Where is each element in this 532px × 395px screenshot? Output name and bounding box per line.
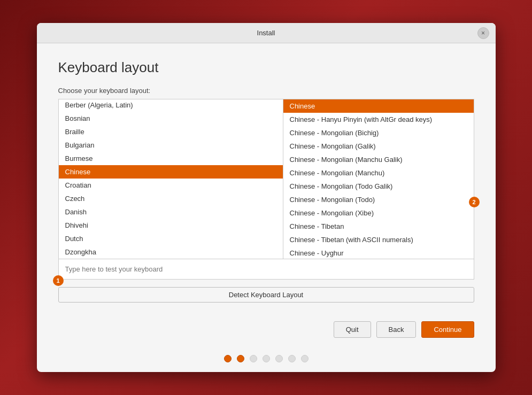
list-item[interactable]: Chinese - Mongolian (Xibe) (283, 206, 474, 220)
badge-1: 1 (53, 275, 64, 286)
progress-dots (37, 348, 496, 372)
lists-panel: BelgianBerber (Algeria, Latin)BosnianBra… (58, 99, 474, 259)
progress-dot (301, 355, 309, 362)
quit-button[interactable]: Quit (334, 321, 371, 338)
list-item[interactable]: Chinese - Mongolian (Manchu) (283, 166, 474, 180)
list-item[interactable]: Chinese - Mongolian (Galik) (283, 140, 474, 153)
list-item[interactable]: Bulgarian (59, 138, 283, 152)
progress-dot (250, 355, 257, 362)
list-item[interactable]: Burmese (59, 152, 283, 165)
list-item[interactable]: Czech (59, 192, 283, 205)
progress-dot (288, 355, 296, 362)
list-item[interactable]: Danish (59, 205, 283, 219)
language-list[interactable]: BelgianBerber (Algeria, Latin)BosnianBra… (59, 99, 283, 259)
list-item[interactable]: Dutch (59, 232, 283, 245)
badge-2: 2 (469, 197, 480, 207)
list-item[interactable]: Bosnian (59, 112, 283, 125)
list-item[interactable]: Chinese - Mongolian (Manchu Galik) (283, 153, 474, 166)
progress-dot (263, 355, 270, 362)
close-button[interactable]: × (477, 27, 489, 39)
list-item[interactable]: Croatian (59, 179, 283, 192)
list-item[interactable]: Dzongkha (59, 245, 283, 259)
list-item[interactable]: Chinese - Tibetan (283, 220, 474, 233)
install-window: Install × Keyboard layout Choose your ke… (37, 23, 496, 372)
page-title: Keyboard layout (58, 59, 474, 76)
progress-dot (237, 355, 244, 362)
list-item[interactable]: Berber (Algeria, Latin) (59, 99, 283, 112)
list-item[interactable]: Chinese - Mongolian (Todo Galik) (283, 180, 474, 193)
layout-label: Choose your keyboard layout: (58, 87, 474, 95)
list-item[interactable]: Dhivehi (59, 219, 283, 232)
list-item[interactable]: Chinese - Mongolian (Bichig) (283, 126, 474, 140)
variant-list[interactable]: ChineseChinese - Hanyu Pinyin (with AltG… (283, 99, 474, 259)
list-item[interactable]: Chinese - Mongolian (Todo) (283, 193, 474, 206)
detect-keyboard-button[interactable]: Detect Keyboard Layout (58, 287, 474, 303)
keyboard-lists-container: 1 2 BelgianBerber (Algeria, Latin)Bosnia… (58, 99, 474, 259)
list-item[interactable]: Chinese (59, 165, 283, 179)
list-item[interactable]: Chinese - Uyghur (283, 246, 474, 259)
continue-button[interactable]: Continue (421, 321, 474, 338)
list-item[interactable]: Chinese - Tibetan (with ASCII numerals) (283, 233, 474, 246)
progress-dot (275, 355, 283, 362)
list-item[interactable]: Chinese (283, 99, 474, 113)
titlebar: Install × (37, 23, 496, 43)
progress-dot (224, 355, 232, 362)
keyboard-test-input[interactable] (58, 259, 474, 280)
bottom-bar: Quit Back Continue (37, 313, 496, 348)
list-item[interactable]: Braille (59, 125, 283, 138)
main-content: Keyboard layout Choose your keyboard lay… (37, 43, 496, 313)
window-title: Install (257, 29, 275, 37)
back-button[interactable]: Back (376, 321, 417, 338)
list-item[interactable]: Chinese - Hanyu Pinyin (with AltGr dead … (283, 113, 474, 126)
